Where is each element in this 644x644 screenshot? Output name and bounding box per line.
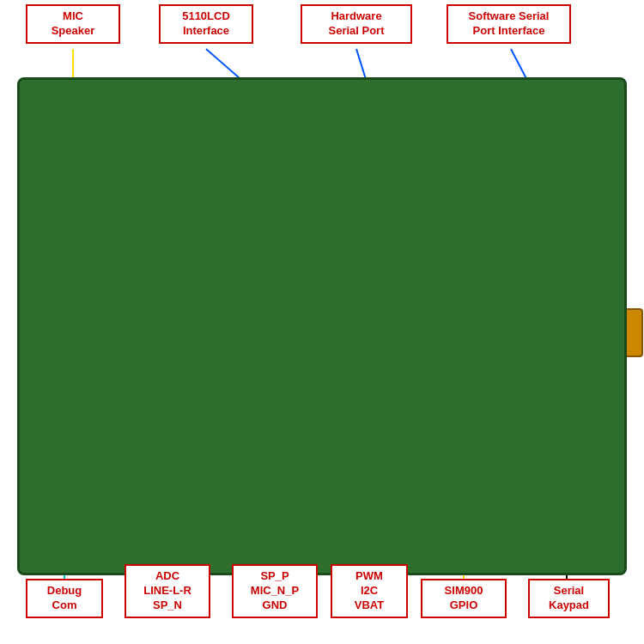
sw-serial-text: Software Serial Port Interface [469,9,550,37]
sp-p-text: SP_P MIC_N_P GND [251,569,299,611]
lcd-interface-text: 5110LCD Interface [182,9,230,37]
pcb-board [17,77,627,575]
serial-kaypad-text: Serial Kaypad [549,584,589,611]
label-sw-serial: Software Serial Port Interface [447,4,571,44]
label-serial-kaypad: Serial Kaypad [528,579,610,618]
hw-serial-text: Hardware Serial Port [328,9,384,37]
label-lcd-interface: 5110LCD Interface [159,4,253,44]
sim900-text: SIM900 GPIO [445,584,483,611]
pwm-text: PWM I2C VBAT [355,569,384,611]
diagram-container: GLVS [0,0,644,644]
label-mic-speaker: MIC Speaker [26,4,120,44]
label-pwm: PWM I2C VBAT [331,564,408,618]
label-adc: ADC LINE-L-R SP_N [125,564,210,618]
label-sp-p: SP_P MIC_N_P GND [232,564,318,618]
label-debug-com: Debug Com [26,579,103,618]
debug-com-text: Debug Com [47,584,82,611]
label-sim900: SIM900 GPIO [421,579,507,618]
adc-text: ADC LINE-L-R SP_N [143,569,191,611]
mic-speaker-text: MIC Speaker [52,9,95,37]
label-hw-serial: Hardware Serial Port [301,4,412,44]
